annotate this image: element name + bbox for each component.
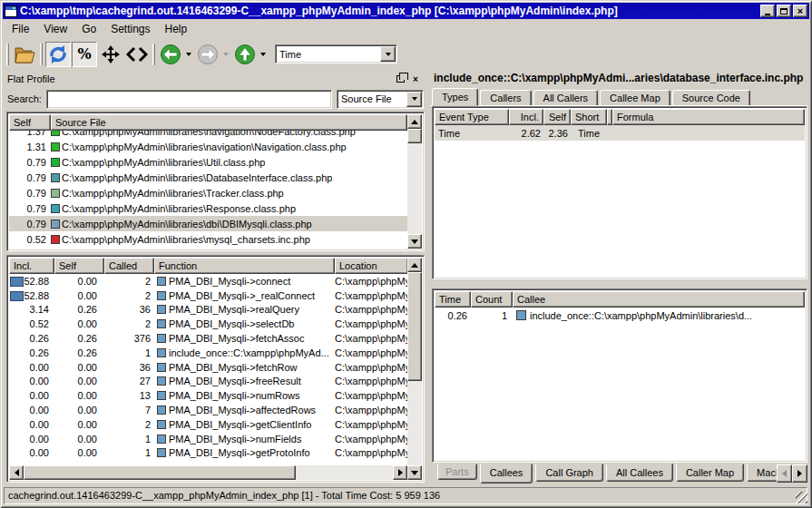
function-table-hscrollbar[interactable] [9, 465, 407, 480]
function-row[interactable]: 0.000.007PMA_DBI_Mysqli->affectedRowsC:\… [9, 403, 407, 417]
scroll-right-button[interactable] [393, 465, 407, 480]
callee-row[interactable]: 0.261include_once::C:\xampp\phpMyAdmin\l… [435, 308, 805, 323]
scroll-down-button[interactable] [407, 465, 422, 480]
tab-caller-map[interactable]: Caller Map [676, 464, 744, 482]
event-type-combobox[interactable]: Time [275, 44, 397, 64]
percent-button[interactable]: % [72, 42, 97, 67]
scroll-down-button[interactable] [407, 234, 422, 249]
reload-icon [48, 44, 68, 64]
column-header-source-file[interactable]: Source File [51, 114, 407, 131]
function-row[interactable]: 52.880.002PMA_DBI_Mysqli->_realConnectC:… [9, 288, 407, 303]
function-row[interactable]: 0.260.261include_once::C:\xampp\phpMyAd.… [9, 346, 407, 360]
scroll-left-button[interactable] [9, 465, 24, 480]
menu-help[interactable]: Help [158, 21, 195, 37]
back-dropdown-icon[interactable] [186, 53, 191, 56]
scrollbar-thumb[interactable] [407, 129, 422, 143]
close-button[interactable]: × [793, 5, 807, 17]
column-header-self[interactable]: Self [54, 258, 104, 274]
tab-callers[interactable]: Callers [480, 90, 531, 106]
column-header-incl[interactable]: Incl. [9, 258, 54, 274]
column-header-function[interactable]: Function [154, 258, 335, 274]
back-button[interactable] [158, 42, 183, 67]
tab-callees[interactable]: Callees [480, 464, 533, 484]
app-icon[interactable] [5, 5, 17, 17]
forward-dropdown-icon[interactable] [223, 53, 229, 56]
function-row[interactable]: 0.520.002PMA_DBI_Mysqli->selectDbC:\xamp… [9, 317, 407, 331]
tab-callee-map[interactable]: Callee Map [600, 90, 670, 106]
dock-button[interactable] [98, 42, 123, 67]
menu-go[interactable]: Go [74, 21, 103, 37]
file-row[interactable]: 0.79C:\xampp\phpMyAdmin\libraries\dbi\DB… [9, 216, 407, 231]
function-row[interactable]: 0.000.001PMA_DBI_Mysqli->getProtoInfoC:\… [9, 446, 407, 461]
kcachegrind-window: C:\xampp\tmp\cachegrind.out.1416463299-C… [0, 0, 812, 508]
file-table-vscrollbar[interactable] [407, 114, 422, 249]
tab-all-callees[interactable]: All Callees [606, 464, 673, 482]
tab-scroll-right-button[interactable] [792, 464, 807, 483]
tab-all-callers[interactable]: All Callers [533, 90, 599, 106]
function-row[interactable]: 0.000.0036PMA_DBI_Mysqli->fetchRowC:\xam… [9, 360, 407, 375]
dock-close-button[interactable]: × [409, 73, 422, 85]
cell-self: 0.79 [9, 203, 51, 214]
event-type-row[interactable]: Time2.622.36Time [435, 125, 805, 141]
tab-scroll-left-button[interactable] [777, 464, 792, 483]
menu-view[interactable]: View [36, 21, 74, 37]
column-header-callee[interactable]: Callee [513, 291, 805, 308]
column-header-called[interactable]: Called [104, 258, 154, 274]
column-header-short[interactable]: Short [571, 109, 607, 125]
tab-types[interactable]: Types [432, 88, 478, 106]
column-header-location[interactable]: Location [335, 258, 407, 274]
function-name: PMA_DBI_Mysqli->fetchAssoc [169, 333, 304, 344]
file-row[interactable]: 1.37C:\xampp\phpMyAdmin\libraries\naviga… [9, 131, 407, 139]
open-file-button[interactable] [12, 42, 37, 67]
toolbar-grip-3[interactable] [152, 44, 155, 65]
scrollbar-thumb[interactable] [24, 465, 296, 480]
function-row[interactable]: 0.000.0027PMA_DBI_Mysqli->freeResultC:\x… [9, 375, 407, 389]
title-bar[interactable]: C:\xampp\tmp\cachegrind.out.1416463299-C… [3, 3, 809, 19]
search-input[interactable] [46, 90, 332, 109]
function-row[interactable]: 0.000.0013PMA_DBI_Mysqli->numRowsC:\xamp… [9, 388, 407, 403]
scroll-up-button[interactable] [407, 114, 422, 129]
function-row[interactable]: 0.000.002PMA_DBI_Mysqli->getClientInfoC:… [9, 417, 407, 432]
forward-button[interactable] [195, 42, 220, 67]
tab-source-code[interactable]: Source Code [672, 90, 750, 106]
tab-call-graph[interactable]: Call Graph [535, 464, 603, 482]
file-row[interactable]: 0.79C:\xampp\phpMyAdmin\libraries\Databa… [9, 170, 407, 185]
up-button[interactable] [232, 42, 258, 67]
function-row[interactable]: 52.880.002PMA_DBI_Mysqli->connectC:\xamp… [9, 274, 407, 288]
function-row[interactable]: 3.140.2636PMA_DBI_Mysqli->realQueryC:\xa… [9, 303, 407, 318]
file-row[interactable]: 0.79C:\xampp\phpMyAdmin\libraries\Respon… [9, 200, 407, 216]
minimize-button[interactable] [760, 5, 775, 17]
file-row[interactable]: 0.52C:\xampp\phpMyAdmin\libraries\user_p… [9, 247, 407, 249]
column-header-self[interactable]: Self [9, 114, 51, 131]
event-type-dropdown-button[interactable] [380, 46, 396, 62]
menu-settings[interactable]: Settings [103, 21, 157, 37]
column-header-count[interactable]: Count [471, 291, 513, 308]
menu-file[interactable]: File [5, 21, 36, 37]
up-dropdown-icon[interactable] [260, 53, 266, 56]
column-header-time[interactable]: Time [435, 291, 471, 308]
function-row[interactable]: 0.260.26376PMA_DBI_Mysqli->fetchAssocC:\… [9, 331, 407, 346]
maximize-button[interactable] [777, 5, 791, 17]
function-row[interactable]: 0.000.001PMA_DBI_Mysqli->numFieldsC:\xam… [9, 432, 407, 446]
column-header-self[interactable]: Self [543, 109, 571, 125]
resize-grip[interactable] [796, 492, 807, 503]
scroll-up-button[interactable] [407, 258, 422, 272]
dock-float-button[interactable] [394, 73, 406, 85]
column-header-eventtype[interactable]: Event Type [435, 109, 509, 125]
scrollbar-thumb[interactable] [407, 272, 422, 381]
column-header-incl[interactable]: Incl. [509, 109, 543, 125]
function-table-vscrollbar[interactable] [407, 258, 422, 480]
file-row[interactable]: 0.79C:\xampp\phpMyAdmin\libraries\Util.c… [9, 154, 407, 170]
group-by-combobox[interactable]: Source File [337, 90, 424, 109]
flat-profile-titlebar[interactable]: Flat Profile × [4, 70, 426, 88]
toolbar-grip-2[interactable] [40, 44, 43, 65]
reload-button[interactable] [45, 42, 71, 67]
file-row[interactable]: 0.79C:\xampp\phpMyAdmin\libraries\Tracke… [9, 185, 407, 200]
syscall-button[interactable] [124, 42, 150, 67]
column-header-formula[interactable]: Formula [612, 109, 805, 125]
group-by-dropdown-button[interactable] [406, 92, 422, 107]
file-row[interactable]: 1.31C:\xampp\phpMyAdmin\libraries\naviga… [9, 139, 407, 154]
horizontal-splitter[interactable] [430, 279, 807, 288]
toolbar-grip[interactable] [6, 44, 9, 65]
file-row[interactable]: 0.52C:\xampp\phpMyAdmin\libraries\mysql_… [9, 231, 407, 247]
